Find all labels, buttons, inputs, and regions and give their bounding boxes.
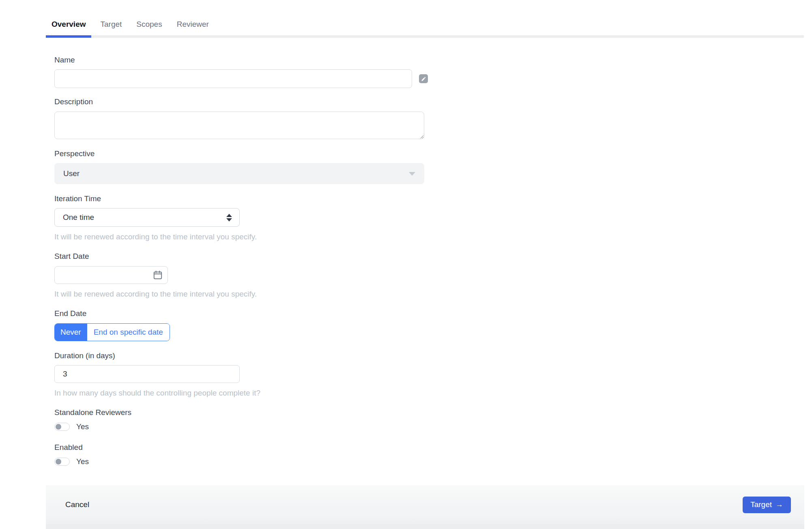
bottom-edge-strip: [46, 524, 804, 529]
description-label: Description: [54, 97, 812, 106]
arrow-right-icon: →: [775, 500, 783, 509]
next-button-label: Target: [750, 500, 772, 509]
end-date-option-never[interactable]: Never: [55, 324, 87, 341]
enabled-label: Enabled: [54, 443, 812, 452]
toggle-knob: [56, 424, 61, 430]
caret-down-icon: [409, 172, 415, 176]
tab-divider: [46, 35, 804, 38]
target-next-button[interactable]: Target →: [743, 497, 791, 513]
name-input[interactable]: [54, 69, 412, 88]
start-date-label: Start Date: [54, 252, 812, 261]
perspective-select[interactable]: User: [54, 163, 424, 184]
description-textarea[interactable]: [54, 112, 424, 139]
end-date-segmented-control: Never End on specific date: [54, 323, 170, 341]
end-date-label: End Date: [54, 309, 812, 318]
caret-up-down-icon: [226, 214, 232, 221]
toggle-knob: [56, 459, 61, 464]
duration-input[interactable]: [54, 365, 240, 383]
standalone-reviewers-toggle[interactable]: [54, 423, 70, 431]
overview-form: Name Description Perspective User Iterat…: [0, 56, 812, 467]
name-label: Name: [54, 56, 812, 65]
standalone-reviewers-label: Standalone Reviewers: [54, 408, 812, 417]
duration-label: Duration (in days): [54, 351, 812, 360]
perspective-value: User: [63, 169, 79, 178]
iteration-time-label: Iteration Time: [54, 194, 812, 203]
calendar-icon[interactable]: [153, 270, 163, 280]
duration-helper: In how many days should the controlling …: [54, 389, 812, 398]
standalone-reviewers-toggle-label: Yes: [76, 422, 89, 431]
tab-target[interactable]: Target: [95, 20, 128, 35]
start-date-helper: It will be renewed according to the time…: [54, 290, 812, 299]
cancel-button[interactable]: Cancel: [65, 500, 89, 509]
iteration-time-select[interactable]: One time: [54, 208, 240, 227]
perspective-label: Perspective: [54, 149, 812, 158]
edit-name-button[interactable]: [419, 74, 428, 83]
tab-overview[interactable]: Overview: [46, 20, 92, 35]
start-date-input[interactable]: [54, 266, 168, 284]
iteration-time-helper: It will be renewed according to the time…: [54, 232, 812, 241]
pencil-icon: [421, 76, 426, 82]
iteration-time-value: One time: [63, 213, 94, 222]
enabled-toggle-label: Yes: [76, 457, 89, 466]
active-tab-underline: [46, 35, 91, 38]
end-date-option-specific[interactable]: End on specific date: [87, 324, 170, 341]
tab-reviewer[interactable]: Reviewer: [171, 20, 215, 35]
tab-bar: Overview Target Scopes Reviewer: [0, 0, 812, 35]
enabled-toggle[interactable]: [54, 458, 70, 466]
form-footer: Cancel Target →: [46, 485, 804, 524]
tab-scopes[interactable]: Scopes: [131, 20, 168, 35]
